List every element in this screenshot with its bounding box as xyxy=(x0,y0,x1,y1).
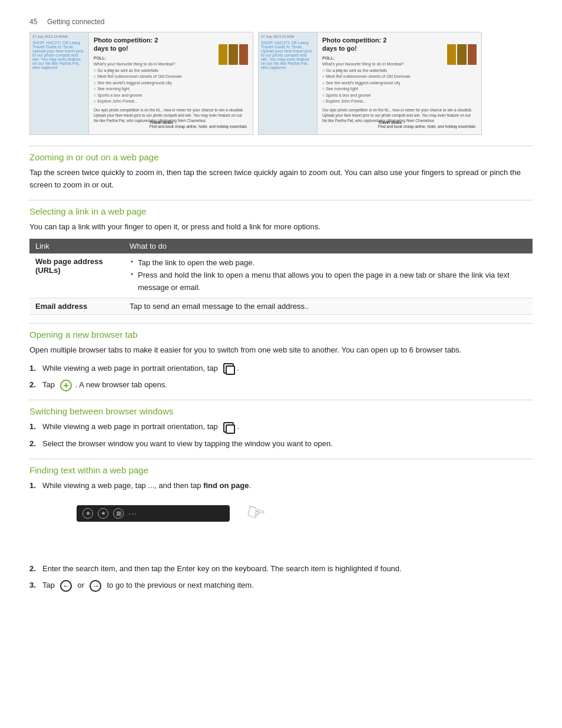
link-type-url: Web page address(URLs) xyxy=(29,253,124,298)
step-2: 2. Tap + . A new browser tab opens. xyxy=(29,379,533,391)
zooming-text: Tap the screen twice quickly to zoom in,… xyxy=(29,167,533,192)
switching-step-1: 1. While viewing a web page in portrait … xyxy=(29,421,533,433)
tabs-icon-2 xyxy=(223,422,234,433)
back-icon: ← xyxy=(60,580,72,592)
link-type-email: Email address xyxy=(29,298,124,314)
finger-pointer-icon: ☞ xyxy=(243,498,269,527)
find-on-page-bold: find on page xyxy=(203,481,249,490)
opening-tab-intro: Open multiple browser tabs to make it ea… xyxy=(29,344,533,357)
page-header: 45 Getting connected xyxy=(29,18,533,26)
step-1-text: While viewing a web page in portrait ori… xyxy=(42,364,220,373)
selecting-text: You can tap a link with your finger to o… xyxy=(29,221,533,233)
finding-step-2: 2. Enter the search item, and then tap t… xyxy=(29,563,533,575)
step-1: 1. While viewing a web page in portrait … xyxy=(29,363,533,375)
find-bar-container: ★ ★ ▦ ··· ☞ xyxy=(53,500,230,526)
finding-step-3-text: Tap xyxy=(42,581,57,589)
finding-steps: 1. While viewing a web page, tap ..., an… xyxy=(29,480,533,492)
switching-steps: 1. While viewing a web page in portrait … xyxy=(29,421,533,450)
finding-steps-2: 2. Enter the search item, and then tap t… xyxy=(29,563,533,592)
opening-tab-steps: 1. While viewing a web page in portrait … xyxy=(29,363,533,392)
screenshot-2: 27 July 2013 12:5AM SHOP: HoC271 Off Lea… xyxy=(258,32,482,135)
table-col2: What to do xyxy=(124,239,533,253)
finding-step-3-or: or xyxy=(75,581,87,589)
switching-step-1-end: . xyxy=(237,422,240,431)
divider-opening-tab xyxy=(29,323,533,324)
switching-step-2-text: Select the browser window you want to vi… xyxy=(42,439,333,448)
divider-zooming xyxy=(29,146,533,146)
switching-step-2: 2. Select the browser window you want to… xyxy=(29,438,533,450)
tabs-icon xyxy=(223,363,234,374)
link-actions-url: Tap the link to open the web page. Press… xyxy=(124,253,533,298)
step-2-suffix: . A new browser tab opens. xyxy=(75,380,167,389)
divider-switching xyxy=(29,400,533,400)
list-item: Press and hold the link to open a menu t… xyxy=(130,269,527,294)
finding-step-3-end: to go to the previous or next matching i… xyxy=(105,581,254,589)
zooming-heading: Zooming in or out on a web page xyxy=(29,152,533,162)
plus-icon: + xyxy=(60,380,72,391)
screenshots-row: 27 July 2013 12:56AM SHOP: HoC271 Off Le… xyxy=(29,32,533,135)
table-row: Email address Tap to send an email messa… xyxy=(29,298,533,314)
fop-dots: ··· xyxy=(128,509,137,518)
link-actions-email: Tap to send an email message to the emai… xyxy=(124,298,533,314)
fop-icon-1: ★ xyxy=(82,508,93,519)
link-table: Link What to do Web page address(URLs) T… xyxy=(29,239,533,314)
list-item: Tap the link to open the web page. xyxy=(130,257,527,269)
page-number: 45 xyxy=(29,18,37,26)
find-on-page-bar: ★ ★ ▦ ··· xyxy=(77,505,230,522)
switching-step-1-text: While viewing a web page in portrait ori… xyxy=(42,422,220,431)
opening-tab-heading: Opening a new browser tab xyxy=(29,330,533,340)
divider-selecting xyxy=(29,200,533,200)
step-2-prefix: Tap xyxy=(42,380,57,389)
finding-step-2-text: Enter the search item, and then tap the … xyxy=(42,564,402,573)
finding-step-1-text: While viewing a web page, tap ..., and t… xyxy=(42,481,251,490)
step-1-end: . xyxy=(237,364,240,373)
screenshot-1: 27 July 2013 12:56AM SHOP: HoC271 Off Le… xyxy=(29,32,253,135)
fop-icon-2: ★ xyxy=(98,508,108,519)
table-col1: Link xyxy=(29,239,124,253)
divider-finding xyxy=(29,459,533,459)
switching-heading: Switching between browser windows xyxy=(29,406,533,416)
fop-icon-3: ▦ xyxy=(113,508,124,519)
selecting-heading: Selecting a link in a web page xyxy=(29,206,533,216)
finding-heading: Finding text within a web page xyxy=(29,465,533,475)
table-row: Web page address(URLs) Tap the link to o… xyxy=(29,253,533,298)
finding-step-1: 1. While viewing a web page, tap ..., an… xyxy=(29,480,533,492)
finding-step-3: 3. Tap ← or → to go to the previous or n… xyxy=(29,579,533,592)
forward-icon: → xyxy=(90,580,101,592)
page-label: Getting connected xyxy=(47,18,104,26)
